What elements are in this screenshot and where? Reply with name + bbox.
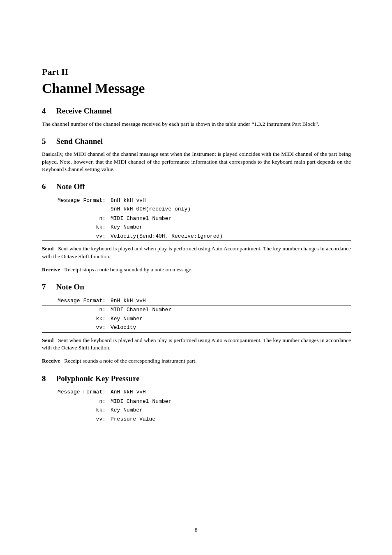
section-7-title: Note On: [56, 282, 84, 291]
param-kk-label: kk:: [42, 314, 111, 324]
param-vv-value: Velocity: [111, 323, 351, 332]
section-7-format-table: Message Format: 9nH kkH vvH n: MIDI Chan…: [42, 296, 351, 333]
section-8-title: Polyphonic Key Pressure: [56, 374, 140, 383]
message-format-value-2: 9nH kkH 00H(receive only): [111, 205, 351, 214]
section-8-heading: 8 Polyphonic Key Pressure: [42, 373, 351, 384]
part-title: Channel Message: [42, 79, 351, 97]
param-n-label: n:: [42, 305, 111, 314]
message-format-label: Message Format:: [42, 296, 111, 305]
section-4-heading: 4 Receive Channel: [42, 106, 351, 116]
message-format-value-1: 8nH kkH vvH: [111, 196, 351, 205]
param-kk-label: kk:: [42, 406, 111, 415]
param-vv-value: Velocity(Send:40H, Receive:Ignored): [111, 232, 351, 241]
message-format-value-1: AnH kkH vvH: [111, 388, 351, 397]
param-n-value: MIDI Channel Number: [111, 305, 351, 314]
param-vv-label: vv:: [42, 323, 111, 332]
section-7-number: 7: [42, 282, 54, 292]
message-format-label: Message Format:: [42, 388, 111, 397]
param-kk-label: kk:: [42, 223, 111, 232]
param-n-label: n:: [42, 214, 111, 223]
send-lead: Send: [42, 337, 54, 343]
receive-lead: Receive: [42, 358, 60, 364]
section-6-number: 6: [42, 181, 54, 192]
section-5-body: Basically, the MIDI channel of the chann…: [42, 150, 351, 173]
send-body: Sent when the keyboard is played and whe…: [42, 245, 351, 259]
page-number: 8: [0, 526, 392, 534]
section-4-number: 4: [42, 106, 54, 116]
section-6-format-table: Message Format: 8nH kkH vvH 9nH kkH 00H(…: [42, 196, 351, 241]
section-7-send-para: Send Sent when the keyboard is played an…: [42, 337, 351, 352]
section-8-number: 8: [42, 373, 54, 384]
send-body: Sent when the keyboard is played and whe…: [42, 337, 351, 351]
section-6-receive-para: Receive Receipt stops a note being sound…: [42, 266, 351, 273]
param-kk-value: Key Number: [111, 314, 351, 324]
section-7-heading: 7 Note On: [42, 282, 351, 292]
param-n-label: n:: [42, 397, 111, 406]
message-format-label: Message Format:: [42, 196, 111, 205]
param-vv-label: vv:: [42, 232, 111, 241]
receive-body: Receipt stops a note being sounded by a …: [64, 266, 192, 273]
section-4-title: Receive Channel: [56, 106, 112, 115]
section-6-title: Note Off: [56, 182, 85, 191]
param-kk-value: Key Number: [111, 406, 351, 415]
receive-lead: Receive: [42, 266, 60, 273]
param-vv-value: Pressure Value: [111, 415, 351, 424]
section-6-heading: 6 Note Off: [42, 181, 351, 192]
message-format-value-1: 9nH kkH vvH: [111, 296, 351, 305]
receive-body: Receipt sounds a note of the correspondi…: [64, 358, 196, 364]
section-8-format-table: Message Format: AnH kkH vvH n: MIDI Chan…: [42, 388, 351, 423]
section-5-number: 5: [42, 136, 54, 147]
section-6-send-para: Send Sent when the keyboard is played an…: [42, 245, 351, 260]
send-lead: Send: [42, 245, 54, 252]
section-5-heading: 5 Send Channel: [42, 136, 351, 147]
section-7-receive-para: Receive Receipt sounds a note of the cor…: [42, 357, 351, 365]
section-5-title: Send Channel: [56, 137, 103, 146]
section-4-body: The channel number of the channel messag…: [42, 120, 351, 128]
param-n-value: MIDI Channel Number: [111, 214, 351, 223]
param-n-value: MIDI Channel Number: [111, 397, 351, 406]
param-vv-label: vv:: [42, 415, 111, 424]
param-kk-value: Key Number: [111, 223, 351, 232]
part-label: Part II: [42, 66, 351, 78]
